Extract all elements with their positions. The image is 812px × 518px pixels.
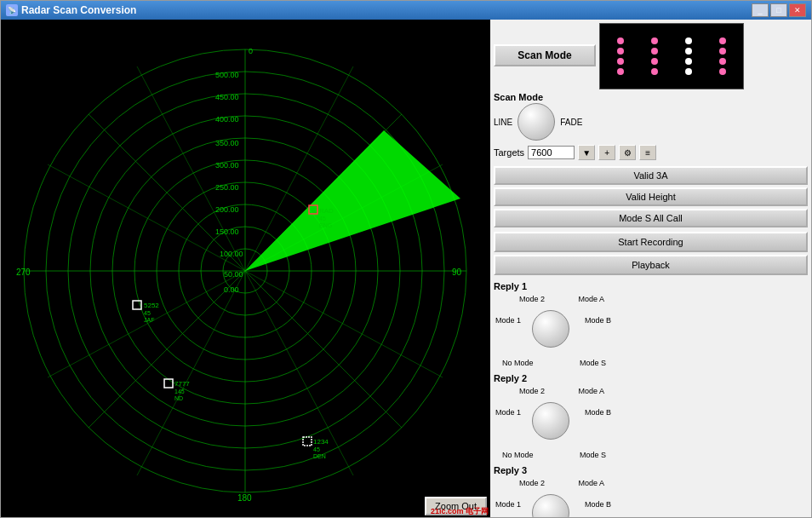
svg-text:5252: 5252 <box>144 302 159 309</box>
svg-text:JAF: JAF <box>144 317 154 323</box>
svg-text:450.00: 450.00 <box>215 93 239 101</box>
dot-white <box>685 37 692 44</box>
dot-pink <box>617 37 624 44</box>
reply3-mode2: Mode 2 <box>519 479 545 487</box>
svg-text:500.00: 500.00 <box>215 71 239 79</box>
reply3-knob[interactable] <box>532 494 569 517</box>
fade-label: FADE <box>560 118 582 127</box>
svg-text:RAD: RAD <box>319 207 334 215</box>
svg-text:0: 0 <box>249 47 253 55</box>
maximize-button[interactable]: □ <box>770 3 787 17</box>
scan-mode-button[interactable]: Scan Mode <box>494 44 596 66</box>
scan-mode-label: Scan Mode <box>494 92 808 102</box>
main-window: 📡 Radar Scan Conversion _ □ ✕ <box>0 0 812 518</box>
dot-pink <box>719 48 726 55</box>
reply1-modeA: Mode A <box>578 295 604 303</box>
targets-gear-btn[interactable]: ⚙ <box>619 145 636 160</box>
dots-display <box>599 23 744 89</box>
reply3-mode1: Mode 1 <box>495 500 521 509</box>
svg-text:45: 45 <box>319 216 326 222</box>
svg-text:270: 270 <box>16 268 31 277</box>
svg-text:0.00: 0.00 <box>224 285 239 294</box>
title-bar-buttons: _ □ ✕ <box>752 3 806 17</box>
targets-dropdown-btn[interactable]: ▼ <box>578 145 595 160</box>
minimize-button[interactable]: _ <box>752 3 769 17</box>
reply1-mode1: Mode 1 <box>495 316 521 325</box>
reply1-nomode: No Mode <box>502 359 534 367</box>
radar-svg: 0 500.00 450.00 400.00 350.00 300.00 250… <box>1 20 490 504</box>
targets-label: Targets <box>494 147 524 158</box>
dot-col-1 <box>617 37 624 75</box>
scan-mode-knob[interactable] <box>518 103 555 141</box>
svg-text:ENG: ENG <box>319 222 332 228</box>
dot-white <box>685 68 692 75</box>
reply2-modeB: Mode B <box>585 408 611 417</box>
line-label: LINE <box>494 118 512 127</box>
dot-pink <box>651 68 658 75</box>
dot-white <box>685 48 692 55</box>
watermark: 21ic.com 电子网 <box>431 506 489 517</box>
svg-text:200.00: 200.00 <box>215 205 239 214</box>
close-button[interactable]: ✕ <box>789 3 806 17</box>
dot-pink <box>617 68 624 75</box>
dot-col-3 <box>685 37 692 75</box>
dot-pink <box>617 48 624 55</box>
reply2-mode1: Mode 1 <box>495 408 521 417</box>
dot-pink <box>719 68 726 75</box>
reply1-modeS: Mode S <box>580 359 606 367</box>
reply2-knob[interactable] <box>532 402 569 440</box>
dot-pink <box>651 37 658 44</box>
reply2-modeS: Mode S <box>580 451 606 459</box>
reply1-knob[interactable] <box>532 310 569 348</box>
reply3-modeA: Mode A <box>578 479 604 487</box>
targets-list-btn[interactable]: ≡ <box>639 145 656 160</box>
dot-pink <box>651 58 658 65</box>
svg-text:45: 45 <box>313 446 320 452</box>
svg-text:145: 145 <box>174 388 185 394</box>
dot-pink <box>719 37 726 44</box>
reply1-modeB: Mode B <box>585 316 611 325</box>
mode-s-all-call-button[interactable]: Mode S All Call <box>494 209 808 227</box>
dot-pink <box>617 58 624 65</box>
mode-buttons: Valid 3A Valid Height Mode S All Call <box>494 166 808 227</box>
dot-col-2 <box>651 37 658 75</box>
svg-text:50.00: 50.00 <box>224 270 243 279</box>
svg-text:250.00: 250.00 <box>215 183 239 192</box>
valid-height-button[interactable]: Valid Height <box>494 187 808 206</box>
dot-pink <box>651 48 658 55</box>
svg-text:400.00: 400.00 <box>215 115 239 124</box>
targets-input[interactable] <box>528 146 575 159</box>
svg-text:90: 90 <box>452 268 462 277</box>
playback-button[interactable]: Playback <box>494 255 808 275</box>
title-bar: 📡 Radar Scan Conversion _ □ ✕ <box>1 1 811 20</box>
svg-text:DEN: DEN <box>313 453 326 459</box>
reply2-label: Reply 2 <box>494 373 808 383</box>
reply1-mode2: Mode 2 <box>519 295 545 303</box>
reply1-label: Reply 1 <box>494 281 808 291</box>
dot-pink <box>719 58 726 65</box>
reply3-label: Reply 3 <box>494 465 808 475</box>
svg-text:180: 180 <box>237 493 252 503</box>
reply2-nomode: No Mode <box>502 451 534 459</box>
app-icon: 📡 <box>6 4 18 16</box>
svg-text:300.00: 300.00 <box>215 161 239 170</box>
reply2-mode2: Mode 2 <box>519 387 545 395</box>
start-recording-button[interactable]: Start Recording <box>494 232 808 252</box>
window-title: Radar Scan Conversion <box>21 4 136 16</box>
svg-text:45: 45 <box>144 310 151 316</box>
reply3-modeB: Mode B <box>585 500 611 509</box>
svg-text:150.00: 150.00 <box>215 227 239 236</box>
valid-3a-button[interactable]: Valid 3A <box>494 166 808 185</box>
main-content: 0 500.00 450.00 400.00 350.00 300.00 250… <box>1 20 811 517</box>
title-bar-left: 📡 Radar Scan Conversion <box>6 4 136 16</box>
dot-white <box>685 58 692 65</box>
targets-plus-btn[interactable]: + <box>598 145 615 160</box>
dot-col-4 <box>719 37 726 75</box>
svg-rect-0 <box>1 20 490 504</box>
reply2-modeA: Mode A <box>578 387 604 395</box>
right-panel: Scan Mode <box>490 20 811 517</box>
svg-text:100.00: 100.00 <box>220 250 243 258</box>
radar-panel: 0 500.00 450.00 400.00 350.00 300.00 250… <box>1 20 490 517</box>
svg-text:1234: 1234 <box>313 438 329 446</box>
svg-text:350.00: 350.00 <box>215 139 239 147</box>
